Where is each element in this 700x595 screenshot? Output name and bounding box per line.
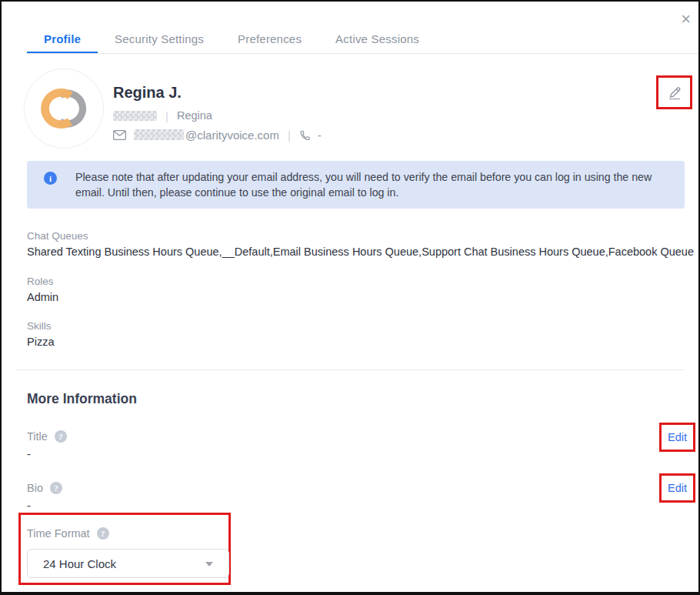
close-icon[interactable]: ×	[681, 11, 691, 28]
extension-row: | Regina	[113, 109, 212, 122]
tab-profile[interactable]: Profile	[27, 31, 98, 54]
time-format-value: 24 Hour Clock	[43, 557, 116, 570]
phone-icon	[299, 129, 311, 141]
help-icon[interactable]: ?	[50, 482, 62, 494]
email-icon	[113, 130, 126, 140]
tab-preferences[interactable]: Preferences	[221, 31, 318, 54]
info-icon: i	[44, 172, 57, 185]
annotation-box-edit-profile	[656, 75, 692, 109]
annotation-box-edit-bio: Edit	[659, 473, 695, 503]
tab-bar: Profile Security Settings Preferences Ac…	[27, 31, 436, 54]
time-format-label-row: Time Format ?	[27, 527, 109, 540]
section-divider	[15, 369, 685, 370]
tab-security-settings[interactable]: Security Settings	[98, 31, 221, 54]
tab-bar-divider	[26, 53, 698, 54]
notice-text: Please note that after updating your ema…	[75, 169, 675, 209]
bio-label: Bio	[27, 482, 43, 494]
chat-queues-label: Chat Queues	[27, 230, 88, 242]
redacted-extension	[113, 111, 157, 121]
clarity-voice-logo	[34, 79, 94, 139]
avatar	[25, 69, 103, 148]
title-label: Title	[27, 430, 48, 443]
help-icon[interactable]: ?	[55, 430, 67, 443]
roles-label: Roles	[27, 276, 54, 287]
chevron-down-icon	[205, 562, 213, 567]
chat-queues-value: Shared Texting Business Hours Queue,__De…	[27, 246, 694, 258]
email-domain: @clarityvoice.com	[185, 129, 279, 142]
title-value: -	[27, 448, 31, 460]
edit-pencil-icon[interactable]	[665, 82, 685, 102]
user-name: Regina J.	[113, 84, 182, 102]
more-information-heading: More Information	[27, 391, 137, 407]
separator: |	[165, 109, 168, 122]
title-label-row: Title ?	[27, 430, 67, 443]
contact-row: @clarityvoice.com | -	[113, 127, 322, 142]
skills-label: Skills	[27, 320, 52, 332]
separator: |	[288, 129, 291, 142]
email-verify-notice: i Please note that after updating your e…	[27, 161, 685, 209]
edit-bio-link[interactable]: Edit	[662, 476, 693, 500]
redacted-email-prefix	[134, 129, 184, 140]
time-format-select[interactable]: 24 Hour Clock	[27, 549, 229, 578]
user-nickname: Regina	[177, 109, 212, 122]
roles-value: Admin	[27, 291, 58, 303]
help-icon[interactable]: ?	[97, 527, 109, 540]
tab-active-sessions[interactable]: Active Sessions	[318, 31, 436, 54]
bio-value: -	[27, 500, 31, 512]
skills-value: Pizza	[27, 336, 54, 348]
edit-title-link[interactable]: Edit	[662, 425, 693, 450]
profile-dialog: × Profile Security Settings Preferences …	[0, 0, 700, 595]
bio-label-row: Bio ?	[27, 482, 62, 494]
annotation-box-edit-title: Edit	[659, 423, 695, 452]
time-format-label: Time Format	[27, 527, 90, 540]
phone-value: -	[318, 129, 322, 142]
